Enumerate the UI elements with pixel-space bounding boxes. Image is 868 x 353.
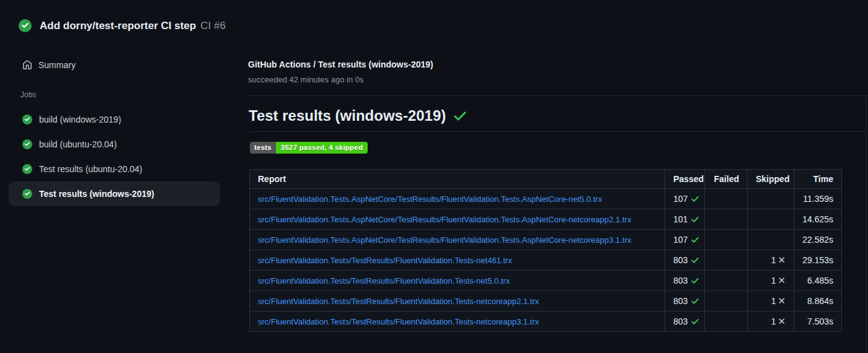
run-header: Add dorny/test-reporter CI step CI #6 <box>19 19 226 32</box>
time-value: 6.485s <box>807 276 833 285</box>
time-cell: 14.625s <box>794 209 842 230</box>
passed-count: 107 <box>673 235 688 245</box>
skipped-cell: 1✕ <box>748 291 794 312</box>
table-header-row: Report Passed Failed Skipped Time <box>250 170 842 189</box>
report-link[interactable]: src/FluentValidation.Tests/TestResults/F… <box>258 276 510 285</box>
success-check-icon <box>453 108 467 123</box>
column-header-report: Report <box>250 170 665 189</box>
sidebar-item-job[interactable]: build (windows-2019) <box>9 107 220 132</box>
run-number: CI #6 <box>200 20 226 32</box>
skipped-count: 1 <box>771 255 776 265</box>
divider <box>249 131 865 132</box>
table-row: src/FluentValidation.Tests/TestResults/F… <box>250 271 842 291</box>
failed-cell <box>705 189 748 209</box>
time-cell: 6.485s <box>794 271 842 291</box>
sidebar-item-label: build (ubuntu-20.04) <box>39 139 117 149</box>
table-row: src/FluentValidation.Tests/TestResults/F… <box>250 250 842 271</box>
report-cell: src/FluentValidation.Tests/TestResults/F… <box>250 271 665 291</box>
time-cell: 8.864s <box>794 291 842 312</box>
report-link[interactable]: src/FluentValidation.Tests.AspNetCore/Te… <box>258 235 631 245</box>
jobs-list: build (windows-2019) build (ubuntu-20.04… <box>0 107 229 206</box>
check-run-status: succeeded 42 minutes ago in 0s <box>248 75 363 84</box>
x-icon: ✕ <box>777 316 786 326</box>
check-icon <box>691 297 699 305</box>
table-row: src/FluentValidation.Tests.AspNetCore/Te… <box>250 230 842 250</box>
report-link[interactable]: src/FluentValidation.Tests/TestResults/F… <box>258 297 539 306</box>
page-title-row: Test results (windows-2019) <box>249 107 467 124</box>
time-cell: 22.582s <box>794 230 842 250</box>
column-header-failed: Failed <box>705 170 748 189</box>
skipped-count: 1 <box>771 296 776 306</box>
time-cell: 7.503s <box>794 312 842 332</box>
check-icon <box>691 215 699 224</box>
x-icon: ✕ <box>777 275 786 285</box>
failed-cell <box>705 230 748 250</box>
failed-cell <box>705 312 748 332</box>
column-header-passed: Passed <box>665 170 705 189</box>
skipped-cell: 1✕ <box>748 271 794 291</box>
failed-cell <box>705 271 748 291</box>
report-cell: src/FluentValidation.Tests.AspNetCore/Te… <box>250 209 665 230</box>
passed-count: 803 <box>673 255 688 265</box>
app-root: Add dorny/test-reporter CI step CI #6 Su… <box>0 0 868 353</box>
check-icon <box>691 276 699 285</box>
time-value: 14.625s <box>802 214 833 224</box>
report-cell: src/FluentValidation.Tests.AspNetCore/Te… <box>250 189 665 209</box>
passed-count: 107 <box>673 194 688 204</box>
check-circle-icon <box>22 115 32 124</box>
passed-count: 101 <box>673 214 688 224</box>
time-cell: 11.359s <box>794 189 842 209</box>
sidebar-item-label: Test results (windows-2019) <box>39 189 154 199</box>
sidebar-item-label: Test results (ubuntu-20.04) <box>39 164 143 174</box>
report-link[interactable]: src/FluentValidation.Tests.AspNetCore/Te… <box>258 215 631 224</box>
check-circle-icon <box>22 189 32 199</box>
check-run-content: GitHub Actions / Test results (windows-2… <box>248 59 868 353</box>
time-value: 8.864s <box>807 296 833 306</box>
table-row: src/FluentValidation.Tests.AspNetCore/Te… <box>250 189 842 209</box>
check-icon <box>691 256 699 264</box>
passed-count: 803 <box>673 276 688 285</box>
column-header-skipped: Skipped <box>748 170 794 189</box>
report-cell: src/FluentValidation.Tests/TestResults/F… <box>250 291 665 312</box>
report-cell: src/FluentValidation.Tests.AspNetCore/Te… <box>250 230 665 250</box>
table-row: src/FluentValidation.Tests/TestResults/F… <box>250 312 842 332</box>
passed-cell: 107 <box>665 189 705 209</box>
sidebar-item-job[interactable]: Test results (ubuntu-20.04) <box>9 157 220 181</box>
table-row: src/FluentValidation.Tests/TestResults/F… <box>250 291 842 312</box>
passed-cell: 107 <box>665 230 705 250</box>
report-cell: src/FluentValidation.Tests/TestResults/F… <box>250 312 665 332</box>
check-icon <box>691 235 699 244</box>
check-circle-icon <box>19 19 32 32</box>
report-link[interactable]: src/FluentValidation.Tests/TestResults/F… <box>258 317 539 326</box>
divider <box>248 95 868 96</box>
table-row: src/FluentValidation.Tests.AspNetCore/Te… <box>250 209 842 230</box>
report-cell: src/FluentValidation.Tests/TestResults/F… <box>250 250 665 271</box>
failed-cell <box>705 209 748 230</box>
passed-cell: 803 <box>665 291 705 312</box>
sidebar-item-label: build (windows-2019) <box>39 115 121 124</box>
check-icon <box>691 317 699 326</box>
skipped-cell: 1✕ <box>748 312 794 332</box>
report-link[interactable]: src/FluentValidation.Tests/TestResults/F… <box>258 256 512 265</box>
sidebar-item-summary[interactable]: Summary <box>0 56 229 74</box>
time-value: 22.582s <box>802 235 833 245</box>
run-title: Add dorny/test-reporter CI step <box>40 20 196 32</box>
jobs-section-label: Jobs <box>0 90 229 99</box>
time-value: 29.153s <box>802 255 833 265</box>
sidebar-item-job[interactable]: build (ubuntu-20.04) <box>9 132 220 157</box>
passed-cell: 803 <box>665 312 705 332</box>
time-cell: 29.153s <box>794 250 842 271</box>
passed-cell: 803 <box>665 250 705 271</box>
skipped-cell <box>748 230 794 250</box>
sidebar: Summary Jobs build (windows-2019) build … <box>0 56 229 206</box>
failed-cell <box>705 291 748 312</box>
skipped-count: 1 <box>771 276 776 285</box>
column-header-time: Time <box>794 170 842 189</box>
check-icon <box>691 194 699 203</box>
check-circle-icon <box>22 139 32 149</box>
pane-edge-divider <box>866 96 866 353</box>
tests-badge-value: 3527 passed, 4 skipped <box>276 142 368 154</box>
sidebar-item-job[interactable]: Test results (windows-2019) <box>9 181 220 206</box>
report-link[interactable]: src/FluentValidation.Tests.AspNetCore/Te… <box>258 194 602 204</box>
check-circle-icon <box>22 164 32 174</box>
